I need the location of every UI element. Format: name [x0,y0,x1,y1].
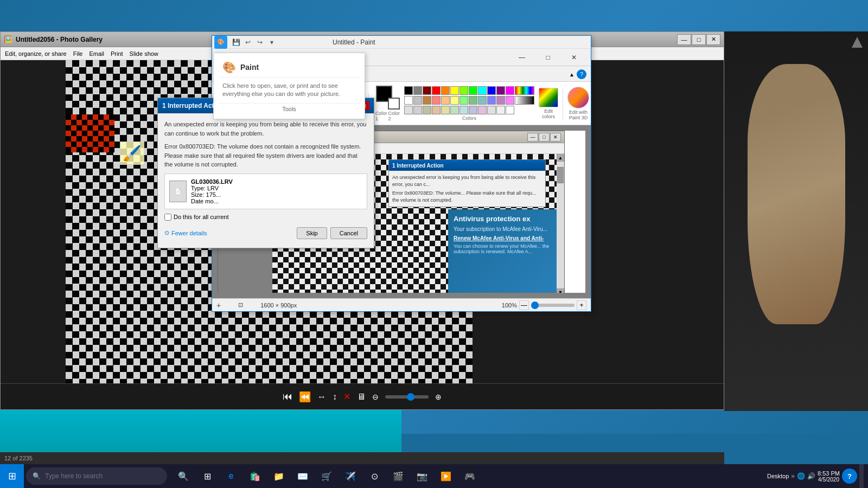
qab-save-icon[interactable]: 💾 [231,37,241,48]
dialog-checkbox[interactable] [164,214,171,221]
outer-tb-edge[interactable]: e [219,464,243,488]
gallery-zoom-slider[interactable] [385,395,429,399]
color-med-green[interactable] [469,96,477,105]
gallery-minimize-btn[interactable]: — [677,34,691,45]
color-khaki[interactable] [423,106,431,114]
gallery-monitor-btn[interactable]: 🖥 [357,392,366,402]
color-pale-green[interactable] [450,106,459,114]
outer-tb-task[interactable]: ⊞ [195,464,219,488]
color-mauve[interactable] [496,96,505,105]
outer-tb-vlc[interactable]: 🎬 [386,464,410,488]
color-light-green[interactable] [459,96,468,105]
color-light-yellow[interactable] [450,96,459,105]
qab-redo-icon[interactable]: ↪ [254,37,265,48]
color-red[interactable] [432,86,441,95]
gallery-flip-h-btn[interactable]: ↔ [317,392,326,402]
outer-tb-camera[interactable]: 📷 [410,464,434,488]
paint-maximize-btn[interactable]: □ [535,50,560,65]
nested-scroll-up[interactable]: ▲ [557,154,564,162]
color-tan[interactable] [432,106,441,114]
color2-box[interactable] [388,98,400,110]
color-brown[interactable] [423,96,431,105]
cancel-button[interactable]: Cancel [330,227,367,239]
color-pink[interactable] [506,96,514,105]
color-lightgray-1[interactable] [404,106,413,114]
outer-chevron[interactable]: » [791,472,795,480]
gallery-menu-file[interactable]: File [73,50,83,57]
color-lime[interactable] [459,86,468,95]
nested-min-btn[interactable]: — [527,133,538,142]
color-magenta[interactable] [506,86,514,95]
nested-scroll-thumb[interactable] [557,167,564,183]
edit-paint3d-btn[interactable] [567,87,589,108]
outer-tb-store[interactable]: 🛍️ [243,464,267,488]
paint-help-icon[interactable]: ? [577,69,586,79]
zoom-in-btn[interactable]: + [577,300,586,310]
gallery-prev-frame-btn[interactable]: ⏪ [299,391,311,403]
color-pale-yellow[interactable] [441,106,450,114]
qab-undo-icon[interactable]: ↩ [242,37,253,48]
edit-colors-btn[interactable] [539,88,558,107]
outer-tb-mail[interactable]: ✉️ [291,464,315,488]
gallery-menu-edit[interactable]: Edit, organize, or share [5,50,67,57]
color-yellow[interactable] [450,86,459,95]
outer-tb-folder[interactable]: 📁 [267,464,291,488]
color-black[interactable] [404,86,413,95]
color-grayscale[interactable] [515,96,534,105]
color-teal-light[interactable] [478,96,487,105]
qab-dropdown-icon[interactable]: ▾ [266,37,277,48]
nested-close-btn[interactable]: ✕ [550,133,561,142]
color-silver[interactable] [413,96,422,105]
gallery-flip-v-btn[interactable]: ↕ [333,392,337,402]
outer-tb-media[interactable]: ▶️ [434,464,458,488]
outer-start-btn[interactable]: ⊞ [0,464,24,488]
gallery-maximize-btn[interactable]: □ [692,34,706,45]
color-pale-cyan[interactable] [459,106,468,114]
paint-minimize-btn[interactable]: — [509,50,534,65]
color-cyan[interactable] [478,86,487,95]
outer-tb-amazon[interactable]: 🛒 [315,464,339,488]
gallery-zoom-out-btn[interactable]: ⊖ [372,393,379,401]
nested-vscroll[interactable]: ▲ ▼ [557,154,564,293]
outer-desktop-label[interactable]: Desktop [767,473,789,479]
color-pale-lavender[interactable] [478,106,487,114]
statusbar-plus-icon[interactable]: + [216,301,221,310]
fewer-details-btn[interactable]: ⊙ Fewer details [164,227,207,239]
color-blue[interactable] [487,86,496,95]
gallery-menu-slideshow[interactable]: Slide show [130,50,158,57]
color-orange[interactable] [441,86,450,95]
outer-tb-trip[interactable]: ✈️ [339,464,362,488]
outer-tb-game[interactable]: 🎮 [458,464,482,488]
outer-search-bar[interactable]: 🔍 [26,467,167,485]
color-lightgray-2[interactable] [413,106,422,114]
color-peach[interactable] [441,96,450,105]
color-near-white[interactable] [496,106,505,114]
color-gray[interactable] [413,86,422,95]
color-periwinkle[interactable] [487,96,496,105]
outer-speaker-icon[interactable]: 🔊 [807,472,815,480]
gallery-menu-email[interactable]: Email [89,50,104,57]
color-green[interactable] [469,86,477,95]
color-pink-light[interactable] [432,96,441,105]
color-white-2[interactable] [506,106,514,114]
color-white[interactable] [404,96,413,105]
outer-tb-cortana[interactable]: 🔍 [171,464,195,488]
gallery-close-btn[interactable]: ✕ [706,34,720,45]
outer-help-icon[interactable]: ? [842,468,857,484]
outer-search-input[interactable] [45,472,154,480]
zoom-slider-bar[interactable] [531,304,575,307]
outer-clock[interactable]: 8:53 PM 4/5/2020 [818,470,840,483]
nested-scroll-down[interactable]: ▼ [557,288,564,293]
color-pale-3[interactable] [487,106,496,114]
gallery-prev-btn[interactable]: ⏮ [283,391,292,402]
outer-tb-circle[interactable]: ⊙ [362,464,386,488]
gallery-delete-btn[interactable]: ✕ [343,391,350,402]
skip-button[interactable]: Skip [297,227,327,239]
outer-show-desktop-btn[interactable] [859,464,864,488]
mcafee-link[interactable]: Renew McAfee Anti-Virus and Anti- [454,235,551,241]
outer-network-icon[interactable]: 🌐 [797,472,805,480]
ribbon-collapse-icon[interactable]: ▲ [569,72,575,78]
color-darkred[interactable] [423,86,431,95]
zoom-out-btn[interactable]: — [519,300,529,310]
color-spectrum[interactable] [515,86,534,95]
